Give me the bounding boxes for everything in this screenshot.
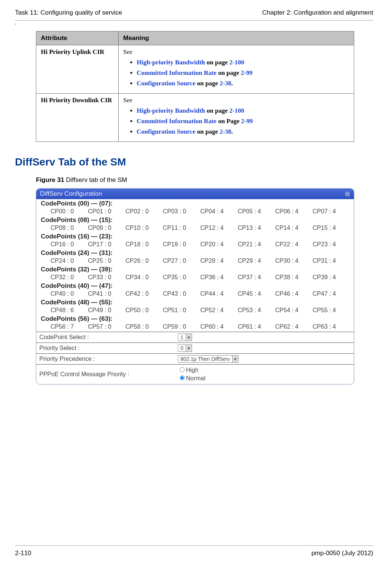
codepoint-group-head: CodePoints (00) — (07): [39, 200, 351, 207]
codepoint-value: CP07 : 4 [313, 208, 350, 215]
collapse-icon[interactable] [345, 191, 350, 197]
attribute-table: Attribute Meaning Hi Priority Uplink CIR… [36, 31, 354, 142]
codepoint-value: CP52 : 4 [200, 307, 238, 314]
page-ref[interactable]: 2-100 [230, 59, 244, 66]
codepoint-value: CP51 : 0 [163, 307, 200, 314]
section-title: DiffServ Tab of the SM [15, 156, 373, 168]
codepoint-value: CP12 : 4 [200, 225, 238, 231]
footer-doc: pmp-0050 (July 2012) [312, 550, 373, 557]
codepoint-value: CP63 : 4 [313, 323, 350, 330]
codepoints-block: CodePoints (00) — (07):CP00 : 0CP01 : 0C… [36, 199, 354, 332]
codepoint-group-head: CodePoints (24) — (31): [39, 249, 351, 257]
codepoint-group-head: CodePoints (16) — (23): [39, 233, 351, 240]
codepoint-value: CP53 : 4 [238, 307, 275, 314]
codepoint-select-label: CodePoint Select : [39, 334, 178, 341]
page-ref[interactable]: 2-38 [220, 128, 231, 135]
xref-link[interactable]: High-priority Bandwidth [137, 107, 205, 114]
codepoint-value: CP33 : 0 [88, 274, 125, 281]
page-ref[interactable]: 2-38 [220, 80, 231, 87]
codepoint-value: CP16 : 0 [51, 241, 88, 248]
codepoint-value: CP42 : 0 [125, 290, 163, 297]
codepoint-row: CP24 : 0CP25 : 0CP26 : 0CP27 : 0CP28 : 4… [39, 257, 351, 266]
pppoe-high-radio[interactable] [180, 367, 185, 372]
pppoe-normal-text: Normal [186, 375, 206, 381]
pppoe-row: PPPoE Control Message Priority : High No… [36, 364, 354, 384]
xref-item: Committed Information Rate on page 2-99 [137, 69, 349, 77]
codepoint-value: CP43 : 0 [163, 290, 200, 297]
codepoint-value: CP32 : 0 [51, 274, 88, 281]
figure-caption: Figure 31 Diffserv tab of the SM [36, 176, 373, 184]
codepoint-select[interactable]: 1 ▼ [178, 334, 192, 341]
xref-link[interactable]: High-priority Bandwidth [137, 59, 205, 66]
codepoint-value: CP15 : 4 [313, 225, 350, 231]
codepoint-value: CP14 : 4 [275, 225, 313, 231]
page-ref[interactable]: 2-100 [230, 107, 244, 114]
codepoint-row: CP48 : 6CP49 : 0CP50 : 0CP51 : 0CP52 : 4… [39, 306, 351, 315]
diffserv-panel: DiffServ Configuration CodePoints (00) —… [36, 188, 354, 384]
codepoint-value: CP21 : 4 [238, 241, 275, 248]
page-ref[interactable]: 2-99 [241, 118, 253, 125]
codepoint-value: CP39 : 4 [313, 274, 350, 281]
codepoint-value: CP23 : 4 [313, 241, 350, 248]
codepoint-group-head: CodePoints (08) — (15): [39, 216, 351, 224]
xref-item: High-priority Bandwidth on page 2-100 [137, 107, 349, 115]
codepoint-group-head: CodePoints (32) — (39): [39, 266, 351, 273]
codepoint-value: CP03 : 0 [163, 208, 200, 215]
codepoint-group-head: CodePoints (56) — (63): [39, 315, 351, 323]
codepoint-value: CP06 : 4 [275, 208, 313, 215]
codepoint-value: CP62 : 4 [275, 323, 313, 330]
codepoint-value: CP24 : 0 [51, 258, 88, 264]
codepoint-value: CP38 : 4 [275, 274, 313, 281]
footer-page: 2-110 [15, 550, 31, 557]
codepoint-value: CP34 : 0 [125, 274, 163, 281]
panel-titlebar: DiffServ Configuration [36, 189, 354, 199]
codepoint-row: CP32 : 0CP33 : 0CP34 : 0CP35 : 0CP36 : 4… [39, 273, 351, 282]
xref-link[interactable]: Configuration Source [137, 128, 195, 135]
codepoint-row: CP00 : 0CP01 : 0CP02 : 0CP03 : 0CP04 : 4… [39, 207, 351, 216]
page-ref[interactable]: 2-99 [241, 69, 252, 76]
codepoint-value: CP04 : 4 [200, 208, 238, 215]
codepoint-value: CP44 : 4 [200, 290, 238, 297]
codepoint-value: CP59 : 0 [163, 323, 200, 330]
codepoint-value: CP36 : 4 [200, 274, 238, 281]
codepoint-value: CP10 : 0 [125, 225, 163, 231]
codepoint-value: CP37 : 4 [238, 274, 275, 281]
codepoint-value: CP55 : 4 [313, 307, 350, 314]
codepoint-value: CP26 : 0 [125, 258, 163, 264]
codepoint-value: CP20 : 4 [200, 241, 238, 248]
codepoint-value: CP61 : 4 [238, 323, 275, 330]
pppoe-normal-radio[interactable] [180, 375, 185, 380]
priority-select[interactable]: 0 ▼ [178, 344, 192, 352]
priority-precedence-select[interactable]: 802.1p Then DiffServ ▼ [178, 355, 238, 363]
codepoint-value: CP45 : 4 [238, 290, 275, 297]
priority-precedence-row: Priority Precedence : 802.1p Then DiffSe… [36, 353, 354, 364]
xref-link[interactable]: Committed Information Rate [137, 69, 216, 76]
codepoint-value: CP35 : 0 [163, 274, 200, 281]
codepoint-value: CP08 : 0 [51, 225, 88, 231]
codepoint-value: CP05 : 4 [238, 208, 275, 215]
pppoe-high-text: High [186, 367, 198, 373]
priority-precedence-label: Priority Precedence : [39, 356, 178, 362]
codepoint-value: CP22 : 4 [275, 241, 313, 248]
xref-link[interactable]: Committed Information Rate [137, 118, 216, 125]
codepoint-value: CP31 : 4 [313, 258, 350, 264]
codepoint-row: CP56 : 7CP57 : 0CP58 : 0CP59 : 0CP60 : 4… [39, 323, 351, 332]
codepoint-value: CP48 : 6 [51, 307, 88, 314]
meaning-cell: SeeHigh-priority Bandwidth on page 2-100… [119, 45, 354, 94]
codepoint-row: CP16 : 0CP17 : 0CP18 : 0CP19 : 0CP20 : 4… [39, 240, 351, 249]
xref-link[interactable]: Configuration Source [137, 80, 195, 87]
codepoint-select-row: CodePoint Select : 1 ▼ [36, 332, 354, 343]
th-meaning: Meaning [119, 31, 354, 45]
xref-item: Configuration Source on page 2-38. [137, 128, 349, 136]
codepoint-value: CP60 : 4 [200, 323, 238, 330]
header-chapter: Chapter 2: Configuration and alignment [262, 9, 373, 16]
xref-item: High-priority Bandwidth on page 2-100 [137, 59, 349, 66]
codepoint-group-head: CodePoints (40) — (47): [39, 282, 351, 290]
codepoint-value: CP29 : 4 [238, 258, 275, 264]
codepoint-value: CP25 : 0 [88, 258, 125, 264]
codepoint-value: CP57 : 0 [88, 323, 125, 330]
xref-item: Configuration Source on page 2-38. [137, 80, 349, 87]
codepoint-value: CP50 : 0 [125, 307, 163, 314]
codepoint-value: CP00 : 0 [51, 208, 88, 215]
codepoint-row: CP40 : 0CP41 : 0CP42 : 0CP43 : 0CP44 : 4… [39, 290, 351, 299]
